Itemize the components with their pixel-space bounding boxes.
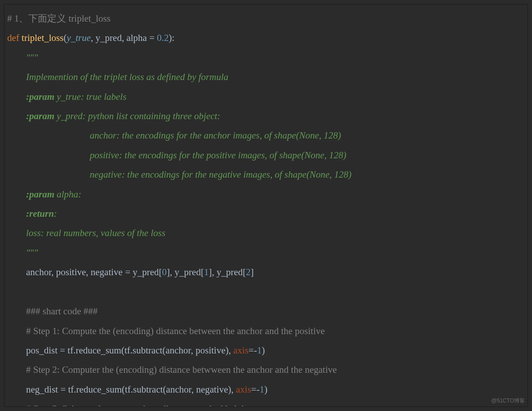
default-value: 0.2 [157,32,168,43]
indent [7,208,26,219]
code-text: ] [251,267,254,277]
comment-line: # Step 1: Compute the (encoding) distanc… [26,326,325,336]
keyword-def: def [7,32,22,43]
code-text: neg_dist = tf.reduce_sum(tf.subtract(anc… [26,384,236,395]
docstring-param-text: alpha: [54,189,81,200]
indent [7,71,26,82]
docstring-return-text: : [54,208,57,219]
indent [7,384,26,395]
indent [7,91,26,102]
docstring-line: positive: the encodings for the positive… [90,150,346,161]
number-literal: 0 [162,267,167,277]
code-text: ) [262,345,265,356]
docstring-open: """ [26,52,38,63]
param-ytrue: y_true [66,32,91,43]
code-text: anchor, positive, negative = y_pred[ [26,267,162,277]
indent [7,228,26,238]
kwarg-name: axis [236,384,251,395]
indent [7,247,26,258]
docstring-line: Implemention of the triplet loss as defi… [26,71,228,82]
docstring-param-text: y_true: true labels [54,91,126,102]
comment-line: # 1、下面定义 triplet_loss [7,13,111,24]
equals: = [147,32,157,43]
param-ypred: y_pred [96,32,122,43]
indent [7,345,26,356]
param-alpha: alpha [126,32,146,43]
docstring-param-text: y_pred: python list containing three obj… [54,111,220,121]
indent [7,267,26,277]
indent [7,111,26,121]
equals: =- [248,345,257,356]
docstring-close: """ [26,247,38,258]
comment-line: # Step 2: Computer the (encoding) distan… [26,364,337,375]
code-editor: # 1、下面定义 triplet_loss def triplet_loss(y… [4,4,528,407]
blank-line [7,286,9,297]
watermark-text: @51CTO博客 [491,397,525,405]
code-block: # 1、下面定义 triplet_loss def triplet_loss(y… [4,4,528,407]
indent [7,306,26,317]
docstring-line: anchor: the encodings for the anchor ima… [90,130,341,141]
indent [7,169,90,180]
code-text: pos_dist = tf.reduce_sum(tf.subtract(anc… [26,345,233,356]
comment-line: # Step 3: Subtract the two previous dist… [26,403,250,407]
indent [7,52,26,63]
code-text: ) [264,384,267,395]
docstring-line: loss: real numbers, values of the loss [26,228,165,238]
docstring-return-tag: :return [26,208,54,219]
docstring-param-tag: :param [26,91,54,102]
indent [7,189,26,200]
number-literal: 1 [204,267,209,277]
function-name: triplet_loss [22,32,63,43]
code-text: ], y_pred[ [167,267,204,277]
indent [7,130,90,141]
number-literal: 1 [260,384,265,395]
docstring-param-tag: :param [26,111,54,121]
code-text: ], y_pred[ [208,267,246,277]
indent [7,403,26,407]
comma: , [122,32,127,43]
paren-close: ): [168,32,174,43]
comma: , [91,32,96,43]
comment-line: ### shart code ### [26,306,98,317]
number-literal: 2 [246,267,251,277]
equals: =- [251,384,260,395]
docstring-line: negative: the encodings for the negative… [90,169,352,180]
docstring-param-tag: :param [26,189,54,200]
indent [7,326,26,336]
kwarg-name: axis [233,345,248,356]
number-literal: 1 [257,345,262,356]
indent [7,364,26,375]
indent [7,150,90,161]
